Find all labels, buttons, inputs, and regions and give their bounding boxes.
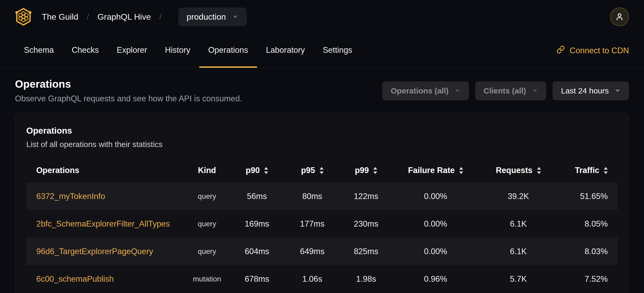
- p90-value: 678ms: [228, 265, 286, 293]
- col-header-requests[interactable]: Requests: [478, 158, 559, 182]
- target-selector-value: production: [187, 12, 226, 22]
- tab-schema[interactable]: Schema: [15, 34, 63, 68]
- filters: Operations (all) Clients (all) Last 24 h…: [382, 81, 629, 100]
- table-row: 6372_myTokenInfo query 56ms 80ms 122ms 0…: [26, 182, 618, 210]
- p95-value: 80ms: [286, 182, 339, 210]
- failure-rate-value: 0.00%: [393, 210, 478, 238]
- p95-value: 177ms: [286, 210, 339, 238]
- clients-filter-dropdown[interactable]: Clients (all): [475, 81, 546, 100]
- chevron-down-icon: [454, 86, 461, 95]
- operations-card: Operations List of all operations with t…: [15, 113, 629, 293]
- tab-history[interactable]: History: [156, 34, 199, 68]
- chevron-down-icon: [615, 86, 621, 95]
- tab-checks[interactable]: Checks: [63, 34, 108, 68]
- operation-link[interactable]: 2bfc_SchemaExplorerFilter_AllTypes: [36, 219, 170, 228]
- connect-to-cdn-label: Connect to CDN: [570, 46, 629, 55]
- page-title-block: Operations Observe GraphQL requests and …: [15, 78, 242, 103]
- tab-laboratory[interactable]: Laboratory: [257, 34, 314, 68]
- traffic-value: 8.03%: [559, 238, 618, 265]
- breadcrumb-org[interactable]: The Guild: [42, 12, 78, 22]
- operation-kind: mutation: [186, 265, 228, 293]
- breadcrumb-project[interactable]: GraphQL Hive: [98, 12, 151, 22]
- operation-kind: query: [186, 182, 228, 210]
- clients-filter-label: Clients (all): [484, 86, 526, 95]
- col-header-p90[interactable]: p90: [228, 158, 286, 182]
- operations-filter-label: Operations (all): [391, 86, 448, 95]
- p90-value: 56ms: [228, 182, 286, 210]
- p99-value: 122ms: [339, 182, 393, 210]
- sort-arrows-icon: [264, 167, 268, 174]
- main-content: Operations Observe GraphQL requests and …: [0, 78, 644, 293]
- chevron-down-icon: [232, 12, 238, 22]
- tab-settings[interactable]: Settings: [314, 34, 361, 68]
- user-menu-button[interactable]: [610, 7, 629, 26]
- breadcrumb-separator: /: [87, 12, 89, 22]
- chevron-down-icon: [532, 86, 538, 95]
- p90-value: 604ms: [228, 238, 286, 265]
- col-header-kind: Kind: [186, 158, 228, 182]
- target-nav: Schema Checks Explorer History Operation…: [0, 34, 644, 68]
- failure-rate-value: 0.00%: [393, 238, 478, 265]
- operation-kind: query: [186, 210, 228, 238]
- sort-arrows-icon: [459, 167, 463, 174]
- page-title: Operations: [15, 78, 242, 90]
- user-icon: [615, 12, 625, 22]
- p99-value: 230ms: [339, 210, 393, 238]
- p99-value: 1.98s: [339, 265, 393, 293]
- operations-filter-dropdown[interactable]: Operations (all): [382, 81, 469, 100]
- operation-link[interactable]: 6c00_schemaPublish: [36, 274, 114, 284]
- connect-to-cdn-link[interactable]: Connect to CDN: [556, 34, 629, 67]
- requests-value: 6.1K: [478, 238, 559, 265]
- requests-value: 6.1K: [478, 210, 559, 238]
- operations-table: Operations Kind p90 p95: [26, 158, 618, 293]
- table-row: 96d6_TargetExplorerPageQuery query 604ms…: [26, 238, 618, 265]
- p99-value: 825ms: [339, 238, 393, 265]
- traffic-value: 8.05%: [559, 210, 618, 238]
- link-icon: [556, 45, 565, 56]
- target-selector[interactable]: production: [178, 8, 247, 26]
- col-header-p99[interactable]: p99: [339, 158, 393, 182]
- sort-arrows-icon: [537, 167, 541, 174]
- failure-rate-value: 0.00%: [393, 182, 478, 210]
- p90-value: 169ms: [228, 210, 286, 238]
- card-title: Operations: [26, 126, 618, 136]
- breadcrumb-separator: /: [159, 12, 162, 22]
- breadcrumb: The Guild / GraphQL Hive /: [42, 12, 170, 22]
- operation-link[interactable]: 6372_myTokenInfo: [36, 192, 105, 201]
- app-header: The Guild / GraphQL Hive / production: [0, 0, 644, 34]
- sort-arrows-icon: [604, 167, 608, 174]
- col-header-p95[interactable]: p95: [286, 158, 339, 182]
- card-subtitle: List of all operations with their statis…: [26, 140, 618, 149]
- col-header-operations: Operations: [26, 158, 186, 182]
- table-row: 6c00_schemaPublish mutation 678ms 1.06s …: [26, 265, 618, 293]
- operations-table-head: Operations Kind p90 p95: [26, 158, 618, 182]
- operation-kind: query: [186, 238, 228, 265]
- col-header-traffic[interactable]: Traffic: [559, 158, 618, 182]
- sort-arrows-icon: [373, 167, 377, 174]
- requests-value: 5.7K: [478, 265, 559, 293]
- page-header: Operations Observe GraphQL requests and …: [15, 78, 629, 103]
- page-subtitle: Observe GraphQL requests and see how the…: [15, 94, 242, 103]
- p95-value: 649ms: [286, 238, 339, 265]
- tab-operations[interactable]: Operations: [199, 34, 257, 68]
- table-row: 2bfc_SchemaExplorerFilter_AllTypes query…: [26, 210, 618, 238]
- failure-rate-value: 0.96%: [393, 265, 478, 293]
- period-filter-dropdown[interactable]: Last 24 hours: [553, 81, 629, 100]
- sort-arrows-icon: [320, 167, 324, 174]
- p95-value: 1.06s: [286, 265, 339, 293]
- requests-value: 39.2K: [478, 182, 559, 210]
- traffic-value: 7.52%: [559, 265, 618, 293]
- col-header-failure-rate[interactable]: Failure Rate: [393, 158, 478, 182]
- operations-table-body: 6372_myTokenInfo query 56ms 80ms 122ms 0…: [26, 182, 618, 293]
- traffic-value: 51.65%: [559, 182, 618, 210]
- operation-link[interactable]: 96d6_TargetExplorerPageQuery: [36, 247, 153, 256]
- hive-logo-icon[interactable]: [15, 8, 32, 26]
- tab-explorer[interactable]: Explorer: [108, 34, 156, 68]
- period-filter-label: Last 24 hours: [561, 86, 609, 95]
